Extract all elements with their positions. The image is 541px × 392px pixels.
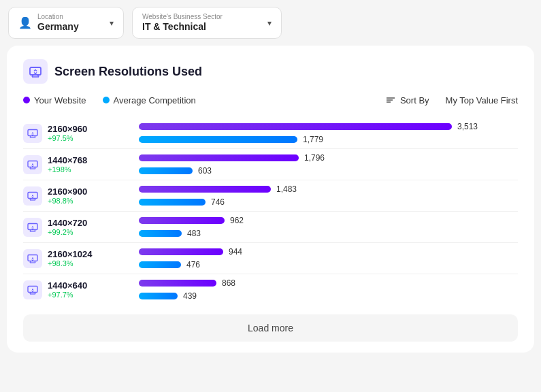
legend-avg-label: Average Competition xyxy=(114,95,196,105)
screen-resolution-icon xyxy=(23,59,48,84)
bars-area: 1,483 746 xyxy=(139,184,518,207)
resolution-label: 2160×900 xyxy=(48,186,87,197)
card-title: Screen Resolutions Used xyxy=(54,65,202,79)
resolution-label: 1440×640 xyxy=(48,280,87,291)
legend-your-website: Your Website xyxy=(23,95,86,105)
bars-area: 944 476 xyxy=(139,247,518,270)
bars-area: 962 483 xyxy=(139,216,518,238)
row-icon xyxy=(23,280,42,299)
bar-blue-value: 439 xyxy=(183,291,197,301)
bars-area: 868 439 xyxy=(139,278,518,301)
bar-blue-value: 476 xyxy=(186,260,200,270)
row-icon xyxy=(23,218,42,237)
row-label-area: 2160×1024 +98.3% xyxy=(23,249,139,268)
resolution-label: 1440×720 xyxy=(48,218,87,228)
bar-blue-value: 483 xyxy=(187,229,201,238)
table-row: 1440×768 +198% 1,796 603 xyxy=(23,149,518,180)
sector-value: IT & Technical xyxy=(142,21,206,32)
bar-your-website xyxy=(139,186,271,193)
bar-purple-line: 868 xyxy=(139,278,518,288)
percentage-badge: +97.5% xyxy=(48,134,87,142)
bar-blue-line: 483 xyxy=(139,229,518,238)
bar-purple-line: 3,513 xyxy=(139,122,518,131)
location-label: Location xyxy=(37,13,104,20)
bar-purple-value: 1,796 xyxy=(304,153,325,163)
resolution-label: 2160×960 xyxy=(48,124,87,134)
resolution-label: 1440×768 xyxy=(48,155,87,165)
bar-your-website xyxy=(139,280,216,287)
sort-label: Sort By xyxy=(400,95,429,105)
legend-row: Your Website Average Competition Sort By… xyxy=(23,95,518,105)
sector-content: Website's Business Sector IT & Technical xyxy=(142,13,262,33)
bar-blue-line: 603 xyxy=(139,166,518,176)
bar-blue-line: 476 xyxy=(139,260,518,270)
bar-purple-value: 962 xyxy=(230,216,244,225)
chart-rows: 2160×960 +97.5% 3,513 1,779 xyxy=(23,118,518,305)
table-row: 2160×960 +97.5% 3,513 1,779 xyxy=(23,118,518,149)
bar-avg-competition xyxy=(139,230,182,237)
main-card: Screen Resolutions Used Your Website Ave… xyxy=(7,46,534,353)
legend-your-website-label: Your Website xyxy=(34,95,86,105)
row-icon xyxy=(23,249,42,268)
percentage-badge: +98.3% xyxy=(48,259,92,267)
bar-avg-competition xyxy=(139,199,206,206)
row-label-area: 1440×720 +99.2% xyxy=(23,218,139,237)
table-row: 1440×720 +99.2% 962 483 xyxy=(23,212,518,243)
sort-value-label: My Top Value First xyxy=(446,95,518,105)
bar-blue-value: 746 xyxy=(211,197,225,207)
purple-dot xyxy=(23,97,30,103)
location-content: Location Germany xyxy=(37,13,104,33)
location-icon: 👤 xyxy=(18,16,32,29)
location-dropdown[interactable]: 👤 Location Germany ▾ xyxy=(8,7,124,39)
bar-your-website xyxy=(139,154,299,161)
bar-blue-line: 746 xyxy=(139,197,518,207)
resolution-label: 2160×1024 xyxy=(48,249,92,259)
percentage-badge: +198% xyxy=(48,165,87,174)
sort-icon xyxy=(385,95,396,105)
bar-avg-competition xyxy=(139,136,297,143)
bar-purple-value: 868 xyxy=(222,278,235,288)
bar-avg-competition xyxy=(139,167,193,174)
row-icon xyxy=(23,186,42,206)
row-label-area: 1440×768 +198% xyxy=(23,155,139,174)
bar-blue-value: 1,779 xyxy=(303,135,323,144)
bar-purple-line: 1,796 xyxy=(139,153,518,163)
row-icon xyxy=(23,155,42,174)
chevron-down-icon-sector: ▾ xyxy=(267,18,272,28)
table-row: 2160×900 +98.8% 1,483 746 xyxy=(23,180,518,212)
row-icon xyxy=(23,124,42,143)
load-more-button[interactable]: Load more xyxy=(23,314,518,342)
bar-purple-value: 944 xyxy=(229,247,242,257)
bar-your-website xyxy=(139,248,223,255)
row-label-area: 2160×960 +97.5% xyxy=(23,124,139,143)
legend-avg-competition: Average Competition xyxy=(103,95,196,105)
percentage-badge: +97.7% xyxy=(48,291,87,299)
top-bar: 👤 Location Germany ▾ Website's Business … xyxy=(0,0,541,46)
percentage-badge: +98.8% xyxy=(48,197,87,205)
blue-dot xyxy=(103,97,110,103)
card-header: Screen Resolutions Used xyxy=(23,59,518,84)
bar-avg-competition xyxy=(139,293,178,299)
percentage-badge: +99.2% xyxy=(48,228,87,236)
bar-blue-value: 603 xyxy=(198,166,212,176)
table-row: 2160×1024 +98.3% 944 476 xyxy=(23,243,518,274)
bars-area: 3,513 1,779 xyxy=(139,122,518,144)
bar-purple-line: 1,483 xyxy=(139,184,518,194)
sector-label: Website's Business Sector xyxy=(142,13,262,20)
bar-your-website xyxy=(139,123,452,130)
bar-blue-line: 439 xyxy=(139,291,518,301)
row-label-area: 2160×900 +98.8% xyxy=(23,186,139,206)
row-label-area: 1440×640 +97.7% xyxy=(23,280,139,299)
bar-purple-value: 1,483 xyxy=(276,184,297,194)
bar-purple-value: 3,513 xyxy=(457,122,478,131)
bar-purple-line: 944 xyxy=(139,247,518,257)
chevron-down-icon: ▾ xyxy=(110,18,114,28)
sector-dropdown[interactable]: Website's Business Sector IT & Technical… xyxy=(132,7,282,39)
table-row: 1440×640 +97.7% 868 439 xyxy=(23,274,518,305)
bar-your-website xyxy=(139,217,225,224)
bar-avg-competition xyxy=(139,261,181,268)
bar-purple-line: 962 xyxy=(139,216,518,225)
location-value: Germany xyxy=(37,21,79,32)
bars-area: 1,796 603 xyxy=(139,153,518,176)
sort-by-button[interactable]: Sort By xyxy=(385,95,429,105)
